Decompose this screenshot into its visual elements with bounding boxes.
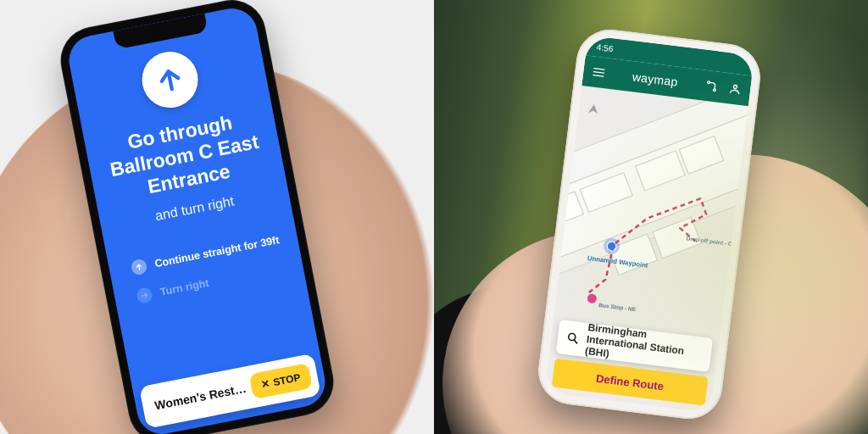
svg-rect-5 [544,160,748,295]
svg-rect-3 [544,86,748,413]
svg-point-14 [607,242,615,250]
map-screen: 4:56 waymap [544,36,754,414]
app-title: waymap [632,70,678,88]
svg-rect-6 [544,86,748,220]
left-panel: Go through Ballroom C East Entrance and … [0,0,434,434]
route-options-icon[interactable] [704,79,719,94]
search-bar[interactable]: Birmingham International Station (BHI) [556,320,714,372]
right-panel: 4:56 waymap [434,0,868,434]
svg-point-17 [568,333,576,341]
svg-rect-7 [636,151,686,191]
search-icon [565,331,581,346]
map-label-busstop: Bus Stop - NE [598,302,637,313]
svg-point-13 [587,293,597,303]
svg-marker-16 [588,103,598,114]
status-bar: 4:56 [586,36,754,76]
profile-icon[interactable] [727,81,743,97]
map-label-dropoff: Drop off point - Concourse [686,235,748,250]
phone-notch [623,40,718,70]
upcoming-steps: Continue straight for 39ft Turn right [131,232,291,318]
stop-button[interactable]: ✕ STOP [248,363,313,399]
app-header: waymap [581,55,752,106]
svg-point-2 [733,85,737,88]
destination-bar[interactable]: Women's Rest… ✕ STOP [139,353,321,429]
search-text: Birmingham International Station (BHI) [584,322,704,371]
define-route-button[interactable]: Define Route [552,359,709,406]
svg-rect-4 [544,99,748,281]
hand-illustration [434,187,791,434]
close-icon: ✕ [259,377,270,391]
sleeve-illustration [434,247,656,434]
step-label: Turn right [159,277,210,298]
direction-arrow-up-icon [136,47,202,112]
svg-rect-11 [609,234,657,275]
svg-rect-12 [653,217,701,258]
status-time: 4:56 [596,42,614,53]
phone-frame-right: 4:56 waymap [535,25,765,422]
svg-point-1 [713,89,715,92]
menu-icon[interactable] [591,64,606,80]
stop-label: STOP [272,371,302,388]
svg-rect-8 [679,136,723,174]
arrow-up-icon [131,259,148,276]
svg-rect-10 [544,192,584,228]
svg-rect-9 [580,173,632,213]
map-label-waypoint: Unnamed Waypoint [587,254,649,270]
map-canvas[interactable]: Unnamed Waypoint Bus Stop - NE Drop off … [544,86,748,413]
svg-point-0 [707,81,709,84]
hand-illustration [523,114,868,434]
svg-point-15 [604,239,619,253]
destination-label: Women's Rest… [153,381,248,413]
arrow-right-icon [136,287,153,304]
phone-notch [113,14,208,50]
